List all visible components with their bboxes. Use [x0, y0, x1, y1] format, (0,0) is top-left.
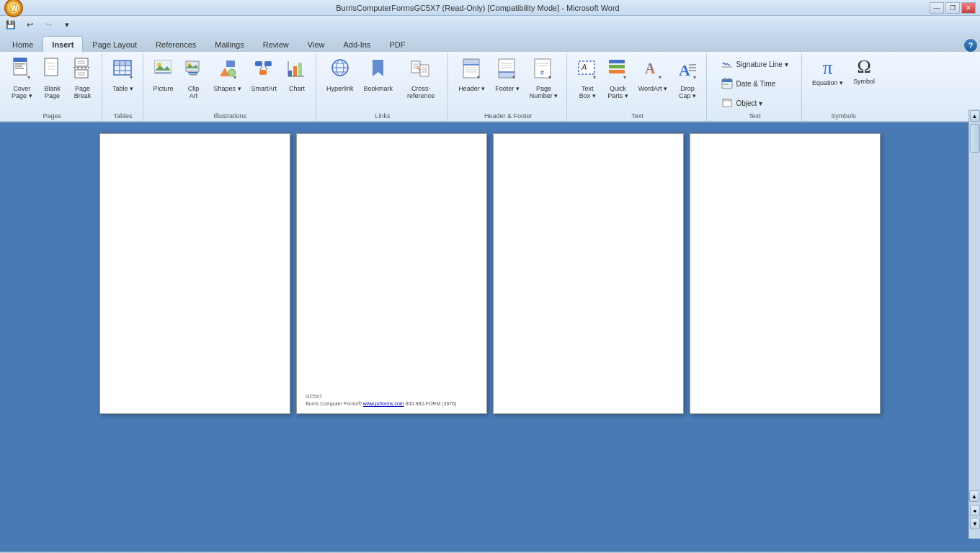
- titlebar: W BurrisComputerFormsGC5X7 (Read-Only) […: [0, 0, 980, 16]
- equation-button[interactable]: π Equation ▾: [808, 55, 847, 89]
- wordart-button[interactable]: A ▾ WordArt ▾: [634, 55, 672, 95]
- footer-icon: ▾: [497, 58, 517, 84]
- smartart-button[interactable]: SmartArt: [247, 55, 282, 95]
- svg-line-41: [260, 66, 262, 70]
- tables-group-label: Tables: [114, 112, 133, 121]
- equation-label: Equation ▾: [812, 79, 843, 86]
- signature-line-button[interactable]: Signature Line ▾: [716, 55, 793, 73]
- page-break-icon: [74, 58, 92, 84]
- document-page-3: [493, 133, 684, 414]
- ribbon-group-header-footer: ▾ Header ▾ ▾: [450, 53, 567, 121]
- scroll-up-button[interactable]: ▲: [970, 110, 980, 122]
- cover-page-button[interactable]: ▾ CoverPage ▾: [7, 55, 37, 102]
- select-browse-button[interactable]: ●: [970, 505, 980, 516]
- scroll-prev-page-button[interactable]: ▲: [969, 490, 979, 502]
- svg-rect-98: [722, 79, 732, 82]
- page-break-button[interactable]: PageBreak: [68, 55, 97, 102]
- tab-mailings[interactable]: Mailings: [205, 36, 253, 52]
- svg-text:W: W: [11, 4, 18, 12]
- chart-icon: [287, 58, 307, 84]
- bookmark-button[interactable]: Bookmark: [360, 55, 398, 95]
- svg-rect-43: [288, 71, 292, 76]
- ribbon-group-text2: Signature Line ▾ Date & Time: [708, 53, 802, 121]
- textbox-button[interactable]: A ▾ TextBox ▾: [573, 55, 602, 102]
- svg-rect-24: [114, 60, 131, 66]
- qat-dropdown-button[interactable]: ▾: [59, 18, 75, 31]
- svg-rect-29: [155, 72, 171, 73]
- svg-rect-102: [726, 84, 729, 85]
- undo-qat-button[interactable]: ↩: [22, 18, 37, 31]
- object-icon: [721, 97, 733, 109]
- scroll-next-page-button[interactable]: ▼: [970, 518, 980, 529]
- signature-line-icon: [721, 58, 733, 70]
- date-time-icon: [721, 78, 733, 89]
- table-button[interactable]: ▾ Table ▾: [108, 55, 138, 95]
- bookmark-label: Bookmark: [364, 85, 393, 92]
- minimize-button[interactable]: —: [930, 2, 944, 14]
- ribbon: Home Insert Page Layout References Maili…: [0, 33, 980, 122]
- tab-view[interactable]: View: [298, 36, 334, 52]
- document-page-2: GC5X7 Burris Computer Forms® www.pcforms…: [296, 133, 487, 414]
- picture-button[interactable]: Picture: [149, 55, 178, 95]
- document-page-1: [99, 133, 290, 414]
- tab-review[interactable]: Review: [254, 36, 298, 52]
- hyperlink-button[interactable]: Hyperlink: [322, 55, 358, 95]
- footer-link[interactable]: www.pcforms.com: [363, 401, 404, 406]
- tab-home[interactable]: Home: [3, 36, 43, 52]
- dropcap-button[interactable]: A ▾ DropCap ▾: [673, 55, 702, 102]
- object-button[interactable]: Object ▾: [716, 94, 793, 112]
- symbols-items: π Equation ▾ Ω Symbol: [808, 55, 879, 112]
- svg-text:▾: ▾: [593, 74, 596, 81]
- svg-text:▾: ▾: [623, 74, 626, 81]
- save-qat-button[interactable]: 💾: [3, 18, 19, 31]
- date-time-button[interactable]: Date & Time: [716, 74, 793, 93]
- signature-line-label: Signature Line ▾: [736, 60, 788, 68]
- clip-art-icon: [184, 58, 204, 84]
- shapes-button[interactable]: ▾ Shapes ▾: [210, 55, 246, 95]
- hyperlink-icon: [329, 58, 351, 84]
- equation-icon: π: [822, 58, 832, 78]
- page-number-icon: # ▾: [533, 58, 553, 84]
- tab-page-layout[interactable]: Page Layout: [83, 36, 146, 52]
- hyperlink-label: Hyperlink: [326, 85, 354, 92]
- symbol-button[interactable]: Ω Symbol: [849, 55, 879, 88]
- svg-text:#: #: [540, 69, 544, 76]
- svg-text:▾: ▾: [27, 74, 30, 81]
- tab-references[interactable]: References: [146, 36, 205, 52]
- picture-icon: [153, 58, 174, 84]
- office-logo[interactable]: W: [4, 0, 23, 17]
- tab-insert[interactable]: Insert: [43, 36, 83, 52]
- blank-page-button[interactable]: BlankPage: [38, 55, 67, 102]
- object-label: Object ▾: [736, 99, 762, 107]
- help-button[interactable]: ?: [964, 39, 977, 52]
- bookmark-icon: [369, 58, 388, 84]
- tables-items: ▾ Table ▾: [108, 55, 138, 112]
- tab-pdf[interactable]: PDF: [380, 36, 414, 52]
- cross-reference-button[interactable]: Cross-reference: [398, 55, 443, 102]
- page-number-button[interactable]: # ▾ PageNumber ▾: [525, 55, 563, 102]
- redo-qat-button[interactable]: ↪: [40, 18, 56, 31]
- symbols-group-label: Symbols: [831, 112, 856, 121]
- close-button[interactable]: ✕: [961, 2, 976, 14]
- svg-text:▾: ▾: [548, 74, 551, 81]
- svg-text:A: A: [645, 60, 656, 76]
- svg-rect-32: [188, 72, 198, 73]
- scroll-thumb[interactable]: [970, 124, 980, 153]
- chart-button[interactable]: Chart: [282, 55, 311, 95]
- quick-access-toolbar: 💾 ↩ ↪ ▾: [0, 16, 980, 33]
- quickparts-button[interactable]: ▾ QuickParts ▾: [603, 55, 633, 102]
- clip-art-button[interactable]: ClipArt: [179, 55, 208, 102]
- page-number-label: PageNumber ▾: [530, 85, 558, 99]
- header-button[interactable]: ▾ Header ▾: [454, 55, 489, 95]
- tab-add-ins[interactable]: Add-Ins: [334, 36, 380, 52]
- document-area: GC5X7 Burris Computer Forms® www.pcforms…: [0, 122, 980, 552]
- ribbon-group-text: A ▾ TextBox ▾ ▾ Q: [569, 53, 707, 121]
- smartart-icon: [254, 58, 274, 84]
- restore-button[interactable]: ❐: [945, 2, 960, 14]
- ribbon-group-links: Hyperlink Bookmark: [318, 53, 448, 121]
- symbol-icon: Ω: [857, 58, 870, 76]
- footer-button[interactable]: ▾ Footer ▾: [491, 55, 524, 95]
- vertical-scrollbar[interactable]: ▲ ▲ ● ▼: [968, 109, 980, 539]
- svg-text:▾: ▾: [512, 74, 515, 81]
- header-footer-group-label: Header & Footer: [484, 112, 533, 121]
